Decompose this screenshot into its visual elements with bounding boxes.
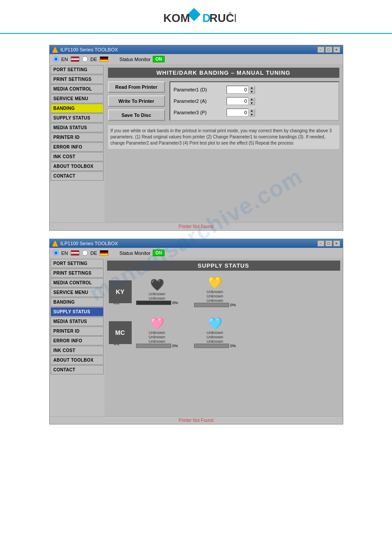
w2-sidebar-item-media-status[interactable]: MEDIA STATUS	[50, 317, 104, 326]
status-monitor-label: Status Monitor	[119, 57, 151, 62]
sidebar-item-print-settings[interactable]: PRINT SETTINGS	[50, 75, 104, 84]
param3-input[interactable]	[227, 109, 248, 116]
supply-row-mc: MC ⌁⌁ 🩷 Unknown Unknown Unknown	[107, 315, 340, 350]
save-to-disc-button[interactable]: Save To Disc	[108, 109, 165, 121]
window2-titlebar: ILP1100 Series TOOLBOX - □ ×	[50, 239, 343, 248]
banding-buttons: Read From Printer Write To Printer Save …	[108, 81, 165, 121]
sidebar-item-service-menu[interactable]: SERVICE MENU	[50, 94, 104, 103]
w2-lang-selector[interactable]: EN DE	[53, 250, 109, 256]
lang-de-radio[interactable]	[82, 56, 88, 62]
param3-down[interactable]: ▼	[249, 112, 255, 116]
w2-status-monitor-label: Status Monitor	[119, 250, 151, 256]
param2-input-group: ▲ ▼	[227, 97, 255, 105]
sidebar-item-media-status[interactable]: MEDIA STATUS	[50, 123, 104, 132]
ink-yellow-section: 💛 Unknown Unknown Unknown 0%	[194, 276, 236, 307]
param1-input-group: ▲ ▼	[227, 86, 255, 94]
maximize-button[interactable]: □	[325, 47, 332, 53]
cartridge-badge-ky: KY ⌁⌁	[109, 280, 132, 303]
sidebar-item-banding[interactable]: BANDING	[50, 104, 104, 113]
window1-status-bar: Printer Not Found	[50, 222, 343, 230]
magenta-ink-bar-row: 0%	[136, 344, 178, 348]
banding-content: Read From Printer Write To Printer Save …	[108, 81, 339, 121]
param2-input[interactable]	[227, 97, 248, 105]
window1-title-left: ILP1100 Series TOOLBOX	[52, 47, 118, 53]
param3-up[interactable]: ▲	[249, 109, 255, 112]
status-on-badge: ON	[153, 56, 165, 62]
w2-sidebar-item-banding[interactable]: BANDING	[50, 297, 104, 307]
window1-app-icon	[52, 47, 58, 53]
magenta-ink-pct: 0%	[173, 344, 178, 348]
lang-en-radio[interactable]	[53, 56, 59, 62]
w2-sidebar-item-service-menu[interactable]: SERVICE MENU	[50, 288, 104, 297]
param2-spinners: ▲ ▼	[249, 97, 255, 105]
black-ink-bar	[136, 301, 171, 305]
w2-sidebar-item-printer-id[interactable]: PRINTER ID	[50, 326, 104, 336]
w2-lang-en-label: EN	[61, 250, 68, 256]
param-row-2: Parameter2 (A) ▲ ▼	[174, 97, 335, 105]
yellow-ink-icon: 💛	[208, 276, 222, 290]
window2-title: ILP1100 Series TOOLBOX	[61, 241, 118, 246]
black-ink-bar-row: 0%	[136, 301, 178, 305]
param2-down[interactable]: ▼	[249, 101, 255, 105]
param1-input[interactable]	[227, 86, 248, 94]
w2-flag-us-icon	[71, 250, 79, 256]
cyan-ink-pct: 0%	[230, 344, 236, 348]
sidebar-item-supply-status[interactable]: SUPPLY STATUS	[50, 113, 104, 123]
param2-up[interactable]: ▲	[249, 97, 255, 101]
w2-sidebar-item-contact[interactable]: CONTACT	[50, 365, 104, 374]
status-monitor: Status Monitor ON	[119, 56, 165, 62]
window2-content-title: SUPPLY STATUS	[107, 261, 340, 271]
lang-selector[interactable]: EN DE	[53, 56, 109, 62]
sidebar-item-error-info[interactable]: ERROR INFO	[50, 142, 104, 152]
param3-label: Parameter3 (P)	[174, 110, 222, 115]
w2-maximize-button[interactable]: □	[325, 240, 332, 247]
black-ink-lines: Unknown Unknown	[149, 292, 165, 301]
magenta-ink-bar	[136, 344, 171, 348]
header: KOM D RUCK ®	[0, 0, 392, 34]
param1-up[interactable]: ▲	[249, 86, 255, 90]
window1-title: ILP1100 Series TOOLBOX	[61, 47, 118, 52]
magenta-ink-lines: Unknown Unknown Unknown	[149, 330, 165, 344]
w2-flag-de-icon	[100, 250, 108, 256]
w2-lang-de-label: DE	[90, 250, 97, 256]
black-ink-pct: 0%	[173, 301, 178, 305]
window2-status-bar: Printer Not Found	[50, 416, 343, 424]
w2-sidebar-item-error-info[interactable]: ERROR INFO	[50, 336, 104, 345]
write-to-printer-button[interactable]: Write To Printer	[108, 95, 165, 107]
sidebar-item-contact[interactable]: CONTACT	[50, 171, 104, 181]
w2-close-button[interactable]: ×	[333, 240, 340, 247]
w2-sidebar-item-port-setting[interactable]: PORT SETTING	[50, 259, 104, 268]
ink-magenta-section: 🩷 Unknown Unknown Unknown 0%	[136, 317, 178, 348]
read-from-printer-button[interactable]: Read From Printer	[108, 81, 165, 93]
cartridge-badge-mc: MC ⌁⌁	[109, 321, 132, 344]
sidebar-item-printer-id[interactable]: PRINTER ID	[50, 133, 104, 142]
sidebar-item-ink-cost[interactable]: INK COST	[50, 152, 104, 161]
param1-spinners: ▲ ▼	[249, 86, 255, 94]
w2-sidebar-item-about-toolbox[interactable]: ABOUT TOOLBOX	[50, 355, 104, 365]
w2-sidebar-item-ink-cost[interactable]: INK COST	[50, 346, 104, 355]
w2-lang-de-radio[interactable]	[82, 250, 88, 256]
window2-title-left: ILP1100 Series TOOLBOX	[52, 240, 118, 247]
param1-down[interactable]: ▼	[249, 90, 255, 94]
black-ink-icon: 🖤	[150, 278, 164, 292]
sidebar-item-port-setting[interactable]: PORT SETTING	[50, 65, 104, 74]
param-row-1: Parameter1 (D) ▲ ▼	[174, 86, 335, 94]
window2-controls[interactable]: - □ ×	[317, 240, 340, 247]
close-button[interactable]: ×	[333, 47, 340, 53]
w2-sidebar-item-supply-status[interactable]: SUPPLY STATUS	[50, 307, 104, 316]
lang-de-label: DE	[90, 57, 97, 62]
ink-cyan-section: 🩵 Unknown Unknown Unknown 0%	[194, 317, 236, 348]
sidebar-item-media-control[interactable]: MEDIA CONTROL	[50, 84, 104, 94]
yellow-ink-pct: 0%	[230, 303, 236, 307]
w2-sidebar-item-print-settings[interactable]: PRINT SETTINGS	[50, 268, 104, 278]
lang-en-label: EN	[61, 57, 68, 62]
cyan-ink-bar-row: 0%	[194, 344, 236, 348]
window1-controls[interactable]: - □ ×	[317, 47, 340, 53]
minimize-button[interactable]: -	[317, 47, 324, 53]
w2-lang-en-radio[interactable]	[53, 250, 59, 256]
w2-sidebar-item-media-control[interactable]: MEDIA CONTROL	[50, 278, 104, 287]
w2-minimize-button[interactable]: -	[317, 240, 324, 247]
yellow-ink-bar-row: 0%	[194, 303, 236, 307]
sidebar-item-about-toolbox[interactable]: ABOUT TOOLBOX	[50, 162, 104, 171]
param2-label: Parameter2 (A)	[174, 98, 222, 104]
